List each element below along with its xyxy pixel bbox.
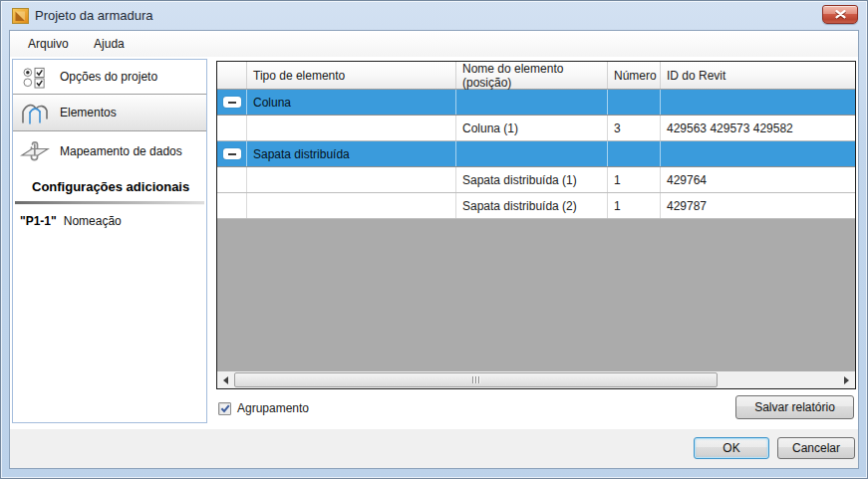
grip-icon (475, 376, 476, 383)
triangle-left-icon (223, 376, 228, 384)
table-cell (661, 90, 855, 115)
table-cell: 429764 (661, 167, 855, 192)
grip-icon (472, 376, 473, 383)
table-cell (608, 141, 661, 166)
group-row[interactable]: Coluna (217, 90, 855, 116)
table-cell (456, 90, 608, 115)
collapse-button[interactable] (223, 97, 241, 108)
additional-settings-header: Configurações adicionais (13, 171, 206, 201)
horizontal-scrollbar[interactable] (217, 371, 855, 388)
table-cell (608, 90, 661, 115)
data-mapping-icon (20, 138, 50, 165)
sidebar-item-elementos[interactable]: Elementos (13, 94, 206, 131)
table-row[interactable]: Sapata distribuída (2)1429787 (217, 193, 855, 219)
table-cell (247, 193, 456, 218)
scrollbar-thumb[interactable] (234, 372, 718, 387)
grouping-label: Agrupamento (237, 401, 309, 415)
table-cell (247, 167, 456, 192)
menu-bar: Arquivo Ajuda (10, 31, 858, 57)
cancel-button[interactable]: Cancelar (777, 437, 855, 459)
column-header-numero[interactable]: Número (608, 62, 661, 89)
column-header-tipo[interactable]: Tipo de elemento (247, 62, 456, 89)
table-header: Tipo de elemento Nome do elemento (posiç… (217, 62, 855, 90)
table-cell (456, 141, 608, 166)
table-cell (217, 167, 247, 192)
table-cell (217, 193, 247, 218)
table-cell: Coluna (247, 90, 456, 115)
table-cell: 429787 (661, 193, 855, 218)
table-cell: Sapata distribuída (2) (456, 193, 608, 218)
table-cell: Sapata distribuída (1) (456, 167, 608, 192)
table-cell: Sapata distribuída (247, 141, 456, 166)
table-cell: 429563 429573 429582 (661, 116, 855, 140)
table-cell (217, 141, 247, 166)
naming-prefix: "P1-1" (20, 214, 57, 228)
table-cell (217, 116, 247, 140)
scroll-right-button[interactable] (838, 371, 855, 388)
table-cell: 1 (608, 193, 661, 218)
elements-icon (20, 100, 50, 125)
title-bar[interactable]: Projeto da armadura (1, 1, 867, 30)
footer-bar: OK Cancelar (10, 429, 858, 468)
scrollbar-track[interactable] (234, 371, 838, 388)
table-cell: Coluna (1) (456, 116, 608, 140)
column-header-id-revit[interactable]: ID do Revit (661, 62, 855, 89)
project-options-icon (20, 66, 50, 89)
column-header-nome[interactable]: Nome do elemento (posição) (456, 62, 608, 89)
scroll-left-button[interactable] (217, 371, 234, 388)
window-title: Projeto da armadura (35, 1, 153, 30)
naming-label: Nomeação (64, 214, 122, 228)
collapse-button[interactable] (223, 148, 241, 159)
sidebar-item-nomeacao[interactable]: "P1-1" Nomeação (13, 214, 206, 228)
menu-arquivo[interactable]: Arquivo (17, 31, 80, 56)
table-cell: 1 (608, 167, 661, 192)
dialog-window: Projeto da armadura Arquivo Ajuda (0, 0, 868, 479)
grouping-checkbox[interactable] (218, 402, 231, 415)
close-button[interactable] (822, 5, 858, 24)
table-body: ColunaColuna (1)3429563 429573 429582Sap… (217, 90, 855, 219)
table-cell (661, 141, 855, 166)
save-report-button[interactable]: Salvar relatório (735, 395, 854, 419)
sidebar-item-label: Mapeamento de dados (60, 144, 182, 158)
minus-icon (228, 102, 236, 104)
sidebar-item-opcoes-do-projeto[interactable]: Opções do projeto (13, 60, 206, 94)
sidebar-item-label: Elementos (60, 106, 117, 120)
column-header-expander[interactable] (217, 62, 247, 89)
ok-button[interactable]: OK (694, 437, 769, 459)
check-mark-icon (220, 404, 230, 413)
table-cell (217, 90, 247, 115)
table-row[interactable]: Sapata distribuída (1)1429764 (217, 167, 855, 193)
grouping-option[interactable]: Agrupamento (218, 401, 309, 415)
client-area: Arquivo Ajuda Opções do projeto (9, 30, 859, 469)
sidebar-item-label: Opções do projeto (60, 70, 157, 84)
triangle-right-icon (844, 376, 849, 384)
table-row[interactable]: Coluna (1)3429563 429573 429582 (217, 116, 855, 141)
group-row[interactable]: Sapata distribuída (217, 141, 855, 167)
table-cell: 3 (608, 116, 661, 140)
grip-icon (478, 376, 479, 383)
sidebar-separator (15, 201, 204, 204)
minus-icon (228, 153, 236, 155)
table-empty-area (217, 219, 855, 371)
sidebar-item-mapeamento-de-dados[interactable]: Mapeamento de dados (13, 131, 206, 171)
menu-ajuda[interactable]: Ajuda (83, 31, 136, 56)
close-icon (835, 8, 846, 22)
app-logo-icon (12, 8, 29, 24)
elements-table: Tipo de elemento Nome do elemento (posiç… (216, 61, 856, 389)
sidebar-panel: Opções do projeto Elementos (12, 59, 207, 423)
table-cell (247, 116, 456, 140)
